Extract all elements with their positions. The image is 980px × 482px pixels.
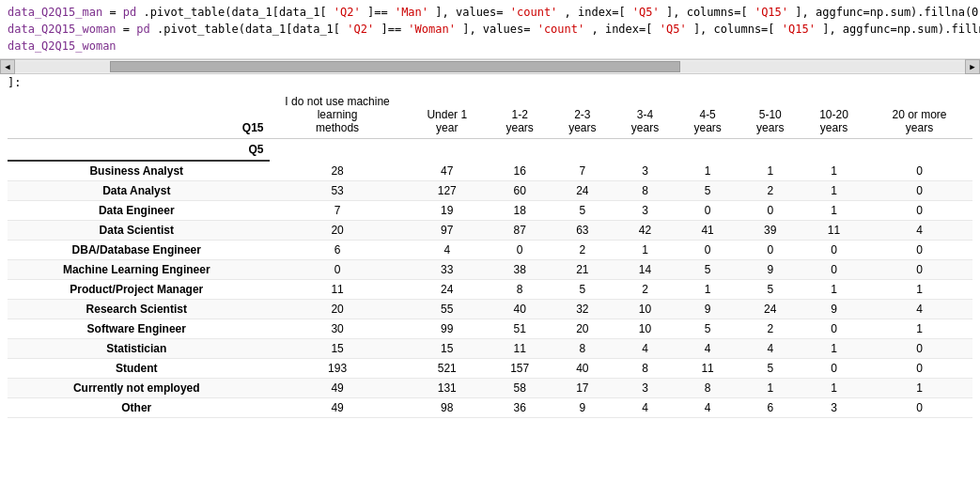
code-line-3: data_Q2Q15_woman (8, 38, 972, 54)
cell-value: 24 (551, 181, 614, 201)
cell-value: 0 (866, 161, 972, 181)
cell-value: 19 (406, 201, 489, 221)
pivot-table: Q15 I do not use machine learningmethods… (8, 91, 972, 418)
cell-value: 0 (677, 241, 739, 260)
cell-value: 4 (866, 300, 972, 319)
cell-value: 5 (677, 181, 739, 201)
cell-value: 41 (677, 221, 739, 241)
cell-value: 0 (866, 181, 972, 201)
cell-value: 1 (801, 181, 866, 201)
cell-value: 2 (551, 241, 614, 260)
scroll-left-arrow[interactable]: ◀ (0, 59, 15, 74)
cell-value: 1 (677, 161, 739, 181)
row-label: Statistician (8, 339, 270, 359)
table-row: Student19352115740811500 (8, 359, 972, 379)
cell-value: 4 (406, 241, 489, 260)
row-label: Currently not employed (8, 379, 270, 398)
cell-value: 20 (270, 221, 406, 241)
cell-value: 42 (614, 221, 677, 241)
cell-value: 5 (739, 280, 801, 300)
row-label: Product/Project Manager (8, 280, 270, 300)
cell-value: 0 (801, 319, 866, 339)
cell-value: 3 (801, 398, 866, 418)
cell-value: 55 (406, 300, 489, 319)
row-label: Student (8, 359, 270, 379)
cell-value: 51 (489, 319, 552, 339)
output-label: ]: (0, 74, 980, 91)
scroll-track[interactable] (15, 61, 965, 72)
cell-value: 0 (270, 260, 406, 280)
cell-value: 1 (801, 339, 866, 359)
table-row: Data Analyst53127602485210 (8, 181, 972, 201)
cell-value: 28 (270, 161, 406, 181)
row-label: Data Scientist (8, 221, 270, 241)
cell-value: 1 (677, 280, 739, 300)
code-line-1: data_Q2Q15_man = pd .pivot_table(data_1[… (8, 4, 972, 21)
cell-value: 2 (739, 319, 801, 339)
cell-value: 8 (551, 339, 614, 359)
cell-value: 521 (406, 359, 489, 379)
cell-value: 16 (489, 161, 552, 181)
cell-value: 0 (866, 359, 972, 379)
table-row: DBA/Database Engineer640210000 (8, 241, 972, 260)
cell-value: 60 (489, 181, 552, 201)
cell-value: 127 (406, 181, 489, 201)
col-4-5: 4-5years (677, 91, 739, 139)
cell-value: 14 (614, 260, 677, 280)
cell-value: 97 (406, 221, 489, 241)
row-label: Business Analyst (8, 161, 270, 181)
cell-value: 10 (614, 300, 677, 319)
col-1-2: 1-2years (489, 91, 552, 139)
table-row: Business Analyst284716731110 (8, 161, 972, 181)
cell-value: 8 (614, 359, 677, 379)
cell-value: 2 (614, 280, 677, 300)
cell-value: 4 (739, 339, 801, 359)
cell-value: 5 (677, 260, 739, 280)
cell-value: 15 (270, 339, 406, 359)
cell-value: 4 (614, 398, 677, 418)
cell-value: 3 (614, 379, 677, 398)
cell-value: 0 (801, 260, 866, 280)
cell-value: 40 (551, 359, 614, 379)
header-row-1: Q15 I do not use machine learningmethods… (8, 91, 972, 139)
cell-value: 32 (551, 300, 614, 319)
table-row: Data Engineer71918530010 (8, 201, 972, 221)
cell-value: 5 (551, 280, 614, 300)
scroll-thumb (110, 61, 680, 72)
cell-value: 131 (406, 379, 489, 398)
cell-value: 1 (801, 280, 866, 300)
cell-value: 1 (801, 201, 866, 221)
cell-value: 24 (406, 280, 489, 300)
row-label: Software Engineer (8, 319, 270, 339)
cell-value: 98 (406, 398, 489, 418)
cell-value: 10 (614, 319, 677, 339)
cell-value: 193 (270, 359, 406, 379)
cell-value: 20 (270, 300, 406, 319)
code-line-2: data_Q2Q15_woman = pd .pivot_table(data_… (8, 21, 972, 38)
q5-header: Q5 (8, 139, 270, 162)
col-5-10: 5-10years (739, 91, 801, 139)
cell-value: 0 (801, 359, 866, 379)
cell-value: 39 (739, 221, 801, 241)
cell-value: 36 (489, 398, 552, 418)
cell-value: 1 (866, 280, 972, 300)
cell-value: 8 (614, 181, 677, 201)
cell-value: 11 (677, 359, 739, 379)
horizontal-scrollbar[interactable]: ◀ ▶ (0, 59, 980, 74)
row-label: Data Analyst (8, 181, 270, 201)
var-woman: data_Q2Q15_woman (8, 23, 117, 36)
row-label: Research Scientist (8, 300, 270, 319)
scroll-right-arrow[interactable]: ▶ (965, 59, 980, 74)
cell-value: 8 (677, 379, 739, 398)
table-row: Machine Learning Engineer0333821145900 (8, 260, 972, 280)
col-20plus: 20 or moreyears (866, 91, 972, 139)
table-row: Product/Project Manager11248521511 (8, 280, 972, 300)
cell-value: 2 (739, 181, 801, 201)
cell-value: 58 (489, 379, 552, 398)
cell-value: 11 (801, 221, 866, 241)
row-label: Machine Learning Engineer (8, 260, 270, 280)
cell-value: 1 (866, 379, 972, 398)
cell-value: 0 (489, 241, 552, 260)
cell-value: 3 (614, 201, 677, 221)
cell-value: 87 (489, 221, 552, 241)
